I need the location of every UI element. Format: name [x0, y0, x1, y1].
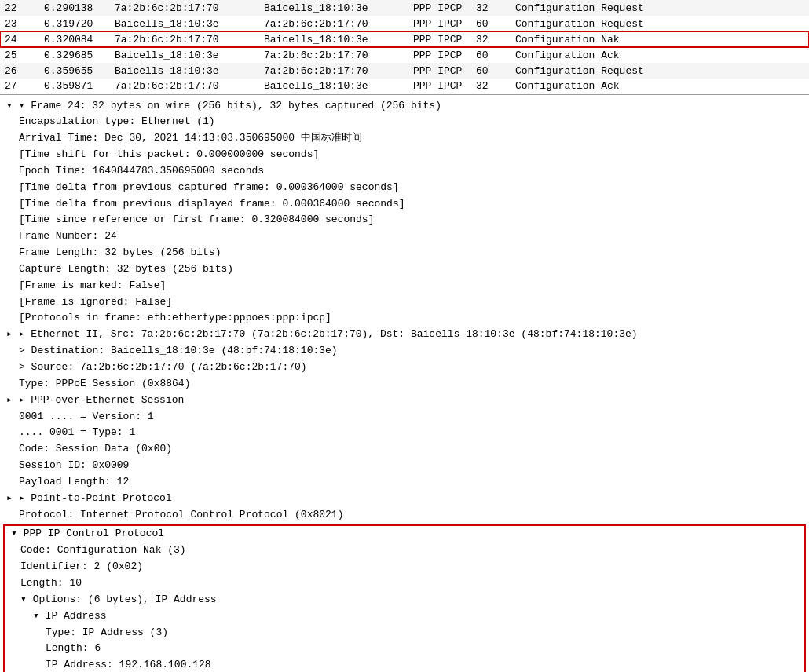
- cell-src: Baicells_18:10:3e: [110, 16, 259, 31]
- cell-src: 7a:2b:6c:2b:17:70: [110, 79, 259, 94]
- ipcp-highlight-box: PPP IP Control Protocol Code: Configurat…: [3, 524, 806, 672]
- cell-dst: Baicells_18:10:3e: [259, 79, 408, 94]
- detail-line: [Frame is ignored: False]: [0, 294, 809, 311]
- cell-src: Baicells_18:10:3e: [110, 47, 259, 63]
- cell-time: 0.359655: [39, 63, 110, 79]
- detail-line: [Time delta from previous captured frame…: [0, 180, 809, 196]
- table-row[interactable]: 22 0.290138 7a:2b:6c:2b:17:70 Baicells_1…: [0, 0, 809, 16]
- packet-table[interactable]: 22 0.290138 7a:2b:6c:2b:17:70 Baicells_1…: [0, 0, 809, 95]
- cell-no: 25: [0, 47, 39, 63]
- cell-proto: PPP IPCP: [408, 0, 471, 16]
- detail-line: Frame Length: 32 bytes (256 bits): [0, 245, 809, 261]
- cell-no: 23: [0, 16, 39, 31]
- detail-pane: ▾ Frame 24: 32 bytes on wire (256 bits),…: [0, 95, 809, 673]
- cell-src: 7a:2b:6c:2b:17:70: [110, 0, 259, 16]
- frame-section-header[interactable]: ▾ Frame 24: 32 bytes on wire (256 bits),…: [0, 98, 809, 115]
- cell-no: 27: [0, 79, 39, 94]
- cell-no: 26: [0, 63, 39, 79]
- cell-dst: 7a:2b:6c:2b:17:70: [259, 16, 408, 31]
- cell-proto: PPP IPCP: [408, 79, 471, 94]
- cell-len: 32: [471, 31, 511, 47]
- detail-line: Code: Configuration Nak (3): [5, 542, 804, 559]
- detail-line: ▾ IP Address: [5, 608, 804, 625]
- detail-line: Encapsulation type: Ethernet (1): [0, 114, 809, 130]
- detail-line: Arrival Time: Dec 30, 2021 14:13:03.3506…: [0, 130, 809, 147]
- detail-line: Epoch Time: 1640844783.350695000 seconds: [0, 163, 809, 180]
- cell-info: Configuration Ack: [511, 79, 809, 94]
- detail-line: Length: 6: [5, 641, 804, 657]
- ethernet-section-header[interactable]: ▸ Ethernet II, Src: 7a:2b:6c:2b:17:70 (7…: [0, 327, 809, 343]
- cell-info: Configuration Request: [511, 63, 809, 79]
- cell-dst: Baicells_18:10:3e: [259, 31, 408, 47]
- detail-line: Type: PPPoE Session (0x8864): [0, 376, 809, 393]
- cell-time: 0.290138: [39, 0, 110, 16]
- cell-proto: PPP IPCP: [408, 16, 471, 31]
- cell-info: Configuration Request: [511, 0, 809, 16]
- detail-line: > Source: 7a:2b:6c:2b:17:70 (7a:2b:6c:2b…: [0, 360, 809, 376]
- detail-line: [Time delta from previous displayed fram…: [0, 196, 809, 213]
- detail-line: Length: 10: [5, 575, 804, 592]
- cell-len: 60: [471, 63, 511, 79]
- table-row[interactable]: 26 0.359655 Baicells_18:10:3e 7a:2b:6c:2…: [0, 63, 809, 79]
- detail-line: .... 0001 = Type: 1: [0, 425, 809, 441]
- table-row[interactable]: 24 0.320084 7a:2b:6c:2b:17:70 Baicells_1…: [0, 31, 809, 47]
- ppp-section-header[interactable]: ▸ Point-to-Point Protocol: [0, 491, 809, 507]
- cell-len: 32: [471, 0, 511, 16]
- cell-time: 0.320084: [39, 31, 110, 47]
- cell-len: 60: [471, 16, 511, 31]
- detail-line: 0001 .... = Version: 1: [0, 409, 809, 425]
- cell-proto: PPP IPCP: [408, 47, 471, 63]
- cell-no: 22: [0, 0, 39, 16]
- cell-len: 32: [471, 79, 511, 94]
- pppoe-section-header[interactable]: ▸ PPP-over-Ethernet Session: [0, 393, 809, 409]
- detail-line: Protocol: Internet Protocol Control Prot…: [0, 507, 809, 524]
- cell-time: 0.329685: [39, 47, 110, 63]
- detail-line: Session ID: 0x0009: [0, 458, 809, 474]
- detail-line: Identifier: 2 (0x02): [5, 559, 804, 575]
- cell-proto: PPP IPCP: [408, 63, 471, 79]
- ipcp-section-header[interactable]: PPP IP Control Protocol: [5, 526, 804, 542]
- detail-line: [Protocols in frame: eth:ethertype:pppoe…: [0, 310, 809, 327]
- detail-line: Capture Length: 32 bytes (256 bits): [0, 261, 809, 278]
- detail-line: IP Address: 192.168.100.128: [5, 657, 804, 672]
- cell-len: 60: [471, 47, 511, 63]
- cell-info: Configuration Nak: [511, 31, 809, 47]
- cell-src: 7a:2b:6c:2b:17:70: [110, 31, 259, 47]
- detail-line: Frame Number: 24: [0, 228, 809, 245]
- detail-line: Code: Session Data (0x00): [0, 441, 809, 458]
- detail-line: > Destination: Baicells_18:10:3e (48:bf:…: [0, 343, 809, 360]
- cell-proto: PPP IPCP: [408, 31, 471, 47]
- detail-line: [Time shift for this packet: 0.000000000…: [0, 147, 809, 163]
- detail-line: [Time since reference or first frame: 0.…: [0, 212, 809, 228]
- table-row[interactable]: 27 0.359871 7a:2b:6c:2b:17:70 Baicells_1…: [0, 79, 809, 94]
- table-row[interactable]: 25 0.329685 Baicells_18:10:3e 7a:2b:6c:2…: [0, 47, 809, 63]
- cell-dst: 7a:2b:6c:2b:17:70: [259, 63, 408, 79]
- detail-line: Payload Length: 12: [0, 474, 809, 491]
- cell-info: Configuration Ack: [511, 47, 809, 63]
- cell-dst: 7a:2b:6c:2b:17:70: [259, 47, 408, 63]
- table-row[interactable]: 23 0.319720 Baicells_18:10:3e 7a:2b:6c:2…: [0, 16, 809, 31]
- cell-no: 24: [0, 31, 39, 47]
- detail-line: Type: IP Address (3): [5, 625, 804, 641]
- cell-src: Baicells_18:10:3e: [110, 63, 259, 79]
- cell-time: 0.359871: [39, 79, 110, 94]
- cell-time: 0.319720: [39, 16, 110, 31]
- cell-dst: Baicells_18:10:3e: [259, 0, 408, 16]
- detail-line: ▾ Options: (6 bytes), IP Address: [5, 592, 804, 608]
- detail-line: [Frame is marked: False]: [0, 278, 809, 294]
- cell-info: Configuration Request: [511, 16, 809, 31]
